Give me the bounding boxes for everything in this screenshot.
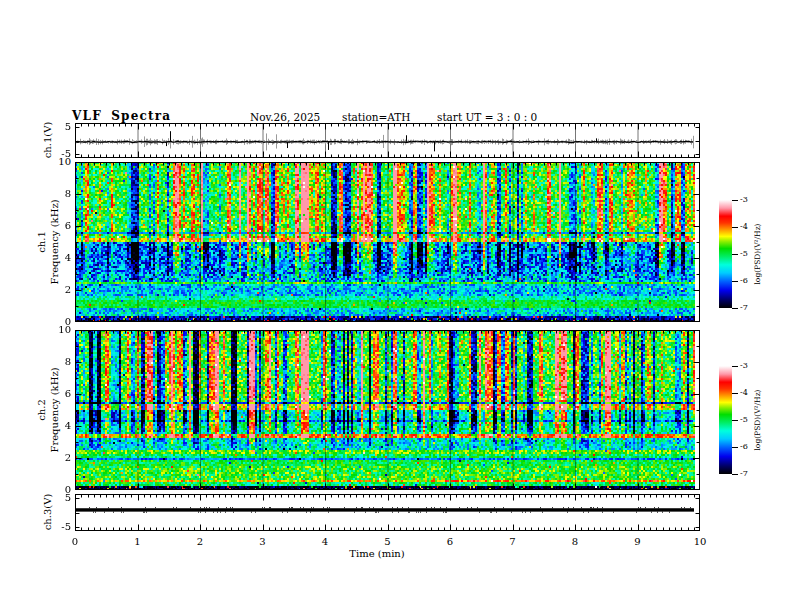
colorbar-tick-label: -5 <box>740 416 748 424</box>
page-title: VLF Spectra <box>72 109 171 123</box>
freq-tick-label: 6 <box>45 220 71 232</box>
freq-tick-label: 8 <box>45 356 71 368</box>
time-tick-label: 0 <box>60 536 90 548</box>
time-tick-label: 7 <box>498 536 528 548</box>
time-tick-label: 10 <box>685 536 715 548</box>
date-label: Nov.26, 2025 <box>250 111 320 123</box>
colorbar-tick-label: -3 <box>740 362 748 370</box>
start-ut-label: start UT = 3 : 0 : 0 <box>437 111 537 123</box>
colorbar-tick <box>732 308 738 309</box>
time-tick-label: 6 <box>435 536 465 548</box>
colorbar-tick <box>732 254 738 255</box>
colorbar-tick-label: -7 <box>740 470 748 478</box>
colorbar-tick <box>732 474 738 475</box>
freq-tick-label: 2 <box>45 452 71 464</box>
colorbar-tick <box>732 200 738 201</box>
ch3-volt-tick-label: 5 <box>45 492 71 504</box>
time-axis-label: Time (min) <box>349 548 404 559</box>
colorbar-tick <box>732 393 738 394</box>
freq-tick-label: 8 <box>45 188 71 200</box>
time-tick-label: 5 <box>373 536 403 548</box>
ch2-spectrogram-channel-label: ch.2 <box>36 399 47 421</box>
colorbar-tick <box>732 420 738 421</box>
ch1-colorbar-label: log(PSD)(V²/Hz) <box>753 223 762 284</box>
colorbar-tick-label: -5 <box>740 250 748 258</box>
vlf-spectra-plot: VLF Spectra Nov.26, 2025 station=ATH sta… <box>0 0 792 612</box>
colorbar-tick-label: -6 <box>740 277 748 285</box>
ch2-colorbar <box>719 366 732 474</box>
colorbar-tick <box>732 227 738 228</box>
time-tick-label: 3 <box>248 536 278 548</box>
ch3-waveform-panel <box>75 494 700 531</box>
ch1-spectrogram-channel-label: ch.1 <box>36 231 47 253</box>
colorbar-tick-label: -3 <box>740 196 748 204</box>
time-tick-label: 1 <box>123 536 153 548</box>
ch2-colorbar-label: log(PSD)(V²/Hz) <box>753 389 762 450</box>
freq-tick-label: 4 <box>45 420 71 432</box>
ch1-volt-tick-label: 5 <box>45 121 71 133</box>
colorbar-tick <box>732 447 738 448</box>
freq-tick-label: 10 <box>45 324 71 336</box>
ch1-volt-tick-label: -5 <box>45 148 71 160</box>
colorbar-tick-label: -4 <box>740 223 748 231</box>
colorbar-tick <box>732 281 738 282</box>
time-tick-label: 9 <box>623 536 653 548</box>
colorbar-tick-label: -4 <box>740 389 748 397</box>
ch1-colorbar <box>719 200 732 308</box>
freq-tick-label: 6 <box>45 388 71 400</box>
time-tick-label: 2 <box>185 536 215 548</box>
ch1-spectrogram-panel <box>75 162 700 322</box>
ch3-volt-tick-label: -5 <box>45 521 71 533</box>
ch1-waveform-panel <box>75 123 700 158</box>
colorbar-tick-label: -7 <box>740 304 748 312</box>
ch1-frequency-axis-label: Frequency (kHz) <box>49 199 60 284</box>
colorbar-tick <box>732 366 738 367</box>
ch2-spectrogram-panel <box>75 330 700 490</box>
freq-tick-label: 4 <box>45 252 71 264</box>
time-tick-label: 4 <box>310 536 340 548</box>
colorbar-tick-label: -6 <box>740 443 748 451</box>
time-tick-label: 8 <box>560 536 590 548</box>
freq-tick-label: 2 <box>45 284 71 296</box>
station-label: station=ATH <box>342 111 411 123</box>
ch2-frequency-axis-label: Frequency (kHz) <box>49 367 60 452</box>
